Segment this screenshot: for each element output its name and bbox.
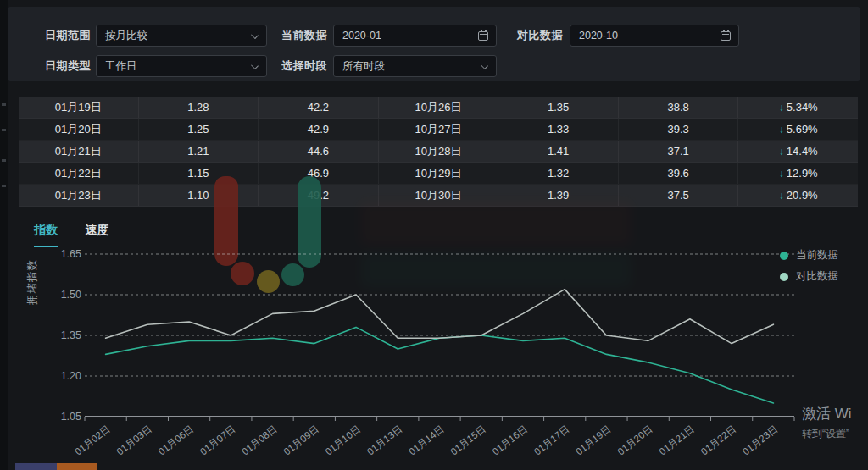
x-axis-tick-label: 01月16日 xyxy=(491,423,530,456)
compare-data-label: 对比数据 xyxy=(517,25,563,47)
table-cell: 01月20日 xyxy=(19,119,139,140)
x-axis-tick-label: 01月17日 xyxy=(532,423,571,456)
table-row[interactable]: 01月23日1.1049.210月30日1.3937.5↓20.9% xyxy=(19,185,858,207)
tab-speed[interactable]: 速度 xyxy=(85,223,108,246)
windows-activation-line2: 转到“设置” xyxy=(802,427,868,441)
chart-tabs: 指数 速度 xyxy=(34,222,132,247)
current-data-datepicker[interactable]: 2020-01 xyxy=(333,25,497,47)
table-cell: 10月30日 xyxy=(379,185,499,206)
comparison-table-body: 01月19日1.2842.210月26日1.3538.8↓5.34%01月20日… xyxy=(19,97,858,207)
legend-item-current[interactable]: 当前数据 xyxy=(780,248,838,263)
x-axis-tick-label: 01月07日 xyxy=(198,423,237,456)
x-axis-tick-label: 01月15日 xyxy=(448,423,487,456)
table-cell: 1.10 xyxy=(139,185,259,206)
tab-index[interactable]: 指数 xyxy=(34,223,58,247)
comparison-table: 01月19日1.2842.210月26日1.3538.8↓5.34%01月20日… xyxy=(19,97,858,207)
down-arrow-icon: ↓ xyxy=(779,146,784,158)
series-line-0 xyxy=(106,327,774,403)
table-cell: 10月26日 xyxy=(379,97,499,118)
bottom-cutoff-widget-orange[interactable] xyxy=(57,463,97,470)
table-cell: 46.9 xyxy=(259,163,379,184)
compare-data-value: 2020-10 xyxy=(579,30,618,41)
y-axis-tick-label: 1.05 xyxy=(61,411,81,423)
y-axis-tick-label: 1.65 xyxy=(61,248,81,260)
table-cell: ↓5.34% xyxy=(738,97,858,118)
current-data-value: 2020-01 xyxy=(342,30,381,41)
table-row[interactable]: 01月21日1.2144.610月28日1.4137.1↓14.4% xyxy=(19,141,858,163)
down-arrow-icon: ↓ xyxy=(779,124,784,135)
x-axis-tick-label: 01月22日 xyxy=(699,423,738,456)
table-row[interactable]: 01月22日1.1546.910月29日1.3239.6↓12.9% xyxy=(19,163,858,185)
date-type-label: 日期类型 xyxy=(45,55,91,77)
table-cell: 10月28日 xyxy=(379,141,499,162)
down-arrow-icon: ↓ xyxy=(779,168,784,180)
date-range-label: 日期范围 xyxy=(45,25,91,47)
table-cell: 10月29日 xyxy=(379,163,499,184)
watermark-logo-yellow-dot xyxy=(257,270,280,293)
table-cell: ↓20.9% xyxy=(738,185,858,206)
table-cell: 01月21日 xyxy=(19,141,139,162)
current-data-label: 当前数据 xyxy=(281,25,327,47)
watermark-logo-red-dot xyxy=(231,262,254,285)
table-cell: 01月22日 xyxy=(19,163,139,184)
table-cell: ↓14.4% xyxy=(738,141,858,162)
table-cell: 1.41 xyxy=(498,141,619,162)
table-cell: 49.2 xyxy=(259,185,379,206)
table-cell: ↓12.9% xyxy=(738,163,858,184)
series-line-1 xyxy=(106,290,774,344)
y-axis-tick-label: 1.35 xyxy=(61,329,81,341)
x-axis-tick-label: 01月03日 xyxy=(114,423,153,456)
watermark-text-blur-teal xyxy=(360,252,632,288)
table-cell: 38.8 xyxy=(619,97,739,118)
table-cell: 42.2 xyxy=(259,97,379,118)
x-axis-tick-label: 01月08日 xyxy=(240,423,279,456)
legend-label-compare: 对比数据 xyxy=(796,269,838,284)
down-arrow-icon: ↓ xyxy=(779,190,784,202)
x-axis-tick-label: 01月19日 xyxy=(574,423,613,456)
calendar-icon xyxy=(721,31,731,41)
chevron-down-icon xyxy=(251,31,259,39)
table-cell: 01月23日 xyxy=(19,185,139,206)
time-period-value: 所有时段 xyxy=(342,60,385,72)
table-cell: 01月19日 xyxy=(19,97,139,118)
filter-panel: 日期范围 按月比较 当前数据 2020-01 对比数据 2020-10 日期类型… xyxy=(8,7,860,81)
table-cell: 39.3 xyxy=(619,119,739,140)
bottom-cutoff-widget-blue[interactable] xyxy=(15,463,57,470)
y-axis-tick-label: 1.50 xyxy=(61,289,81,301)
x-axis-tick-label: 01月02日 xyxy=(73,423,112,456)
table-cell: 1.33 xyxy=(498,119,619,140)
table-cell: 10月27日 xyxy=(379,119,499,140)
time-period-label: 选择时段 xyxy=(281,55,327,77)
watermark-logo-teal-dot xyxy=(281,263,304,286)
y-axis-tick-label: 1.20 xyxy=(61,370,81,382)
table-cell: 1.25 xyxy=(139,119,259,140)
table-row[interactable]: 01月19日1.2842.210月26日1.3538.8↓5.34% xyxy=(19,97,858,119)
x-axis-tick-label: 01月09日 xyxy=(281,423,320,456)
legend-dot-compare xyxy=(780,273,788,281)
legend-item-compare[interactable]: 对比数据 xyxy=(780,269,838,284)
x-axis-tick-label: 01月06日 xyxy=(157,423,196,456)
table-cell: 1.28 xyxy=(139,97,259,118)
date-range-select[interactable]: 按月比较 xyxy=(96,25,267,47)
x-axis-tick-label: 01月21日 xyxy=(657,423,696,456)
chevron-down-icon xyxy=(481,62,488,69)
chart-legend: 当前数据 对比数据 xyxy=(780,248,838,290)
chevron-down-icon xyxy=(251,62,259,69)
x-axis-tick-label: 01月23日 xyxy=(741,423,780,456)
left-edge-strip xyxy=(0,0,8,470)
date-type-select[interactable]: 工作日 xyxy=(96,55,267,77)
legend-dot-current xyxy=(780,252,788,260)
table-cell: 37.1 xyxy=(619,141,739,162)
time-period-select[interactable]: 所有时段 xyxy=(333,55,497,77)
x-axis-tick-label: 01月13日 xyxy=(365,423,404,456)
table-cell: 37.5 xyxy=(619,185,739,206)
y-axis-title: 拥堵指数 xyxy=(25,259,40,305)
watermark-text-blur-red xyxy=(360,202,632,246)
table-row[interactable]: 01月20日1.2542.910月27日1.3339.3↓5.69% xyxy=(19,119,858,141)
windows-activation-line1: 激活 Wi xyxy=(802,404,868,423)
table-cell: 1.35 xyxy=(498,97,619,118)
date-range-value: 按月比较 xyxy=(105,30,147,41)
compare-data-datepicker[interactable]: 2020-10 xyxy=(570,25,739,47)
calendar-icon xyxy=(478,31,488,41)
table-cell: 1.21 xyxy=(139,141,259,162)
